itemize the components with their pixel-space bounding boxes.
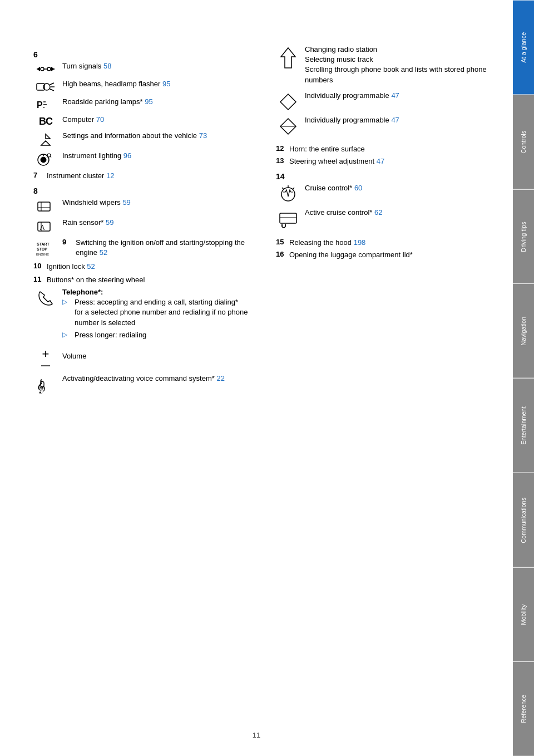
windshield-link[interactable]: 59 bbox=[122, 198, 130, 207]
svg-text:STOP: STOP bbox=[37, 247, 47, 251]
item-turn-signals: Turn signals 58 bbox=[33, 61, 248, 76]
rain-sensor-icon: A bbox=[33, 218, 58, 234]
roadside-lamps-icon: P bbox=[33, 97, 58, 111]
high-beams-link[interactable]: 95 bbox=[162, 80, 170, 88]
section10-link[interactable]: 52 bbox=[87, 262, 95, 271]
section-14-number: 14 bbox=[276, 172, 496, 181]
svg-rect-42 bbox=[280, 213, 296, 223]
rain-sensor-link[interactable]: 59 bbox=[106, 218, 113, 227]
item-active-cruise: Active cruise control* 62 bbox=[276, 208, 496, 230]
phone-press-longer-item: ▷ Press longer: redialing bbox=[62, 330, 248, 340]
item-roadside-lamps: P Roadside parking lamps* 95 bbox=[33, 97, 248, 111]
diamond1-icon bbox=[276, 91, 300, 112]
roadside-lamps-link[interactable]: 95 bbox=[145, 97, 152, 106]
sidebar-tab-entertainment[interactable]: Entertainment bbox=[513, 378, 534, 473]
item-windshield: Windshield wipers 59 bbox=[33, 198, 248, 214]
svg-text:START: START bbox=[37, 242, 50, 246]
sidebar-tab-reference[interactable]: Reference bbox=[513, 661, 534, 756]
page-container: 6 bbox=[0, 0, 534, 756]
sidebar-tab-at-a-glance[interactable]: At a glance bbox=[513, 0, 534, 95]
item-volume: + — Volume bbox=[33, 347, 248, 370]
start-stop-icon: START STOP ENGINE bbox=[33, 238, 58, 258]
svg-text:ENGINE: ENGINE bbox=[36, 253, 49, 256]
section-16: 16 Opening the luggage compartment lid* bbox=[276, 250, 496, 260]
turn-signals-link[interactable]: 58 bbox=[103, 62, 111, 70]
prog2-link[interactable]: 47 bbox=[391, 116, 399, 124]
diamond2-icon bbox=[276, 115, 300, 136]
prog1-link[interactable]: 47 bbox=[391, 91, 399, 100]
bc-icon: BC bbox=[33, 115, 58, 127]
volume-icon: + — bbox=[33, 347, 58, 370]
item-telephone: Telephone*: ▷ Press: accepting and endin… bbox=[33, 287, 248, 343]
svg-point-2 bbox=[41, 67, 44, 71]
section-6-number: 6 bbox=[33, 50, 248, 59]
svg-point-38 bbox=[281, 188, 295, 201]
settings-text: Settings and information about the vehic… bbox=[62, 131, 248, 141]
svg-marker-34 bbox=[281, 48, 295, 68]
cruise-text: Cruise control* 60 bbox=[305, 183, 362, 193]
section-9: START STOP ENGINE 9 Switching the igniti… bbox=[33, 238, 248, 258]
svg-marker-14 bbox=[46, 134, 50, 139]
item-radio: Changing radio station Selecting music t… bbox=[276, 45, 496, 85]
sidebar-tab-navigation[interactable]: Navigation bbox=[513, 283, 534, 378]
high-beams-icon bbox=[33, 79, 58, 94]
active-cruise-link[interactable]: 62 bbox=[374, 208, 382, 217]
item-voice-command: 𝄞 Activating/deactivating voice command … bbox=[33, 374, 248, 394]
cruise-control-icon bbox=[276, 183, 300, 204]
turn-signals-icon bbox=[33, 61, 58, 76]
computer-link[interactable]: 70 bbox=[96, 115, 104, 124]
section9-link[interactable]: 52 bbox=[100, 248, 107, 257]
sidebar-tab-driving-tips[interactable]: Driving tips bbox=[513, 189, 534, 284]
svg-point-17 bbox=[41, 157, 46, 163]
section7-link[interactable]: 12 bbox=[106, 171, 114, 180]
instrument-lighting-link[interactable]: 96 bbox=[123, 151, 131, 160]
active-cruise-icon bbox=[276, 208, 300, 230]
voice-link[interactable]: 22 bbox=[216, 374, 224, 382]
right-column: Changing radio station Selecting music t… bbox=[270, 45, 496, 397]
item-instrument-lighting: Instrument lighting 96 bbox=[33, 151, 248, 168]
svg-marker-0 bbox=[37, 67, 40, 71]
section-13: 13 Steering wheel adjustment 47 bbox=[276, 156, 496, 166]
prog2-text: Individually programmable 47 bbox=[305, 115, 399, 125]
active-cruise-text: Active cruise control* 62 bbox=[305, 208, 382, 218]
section13-link[interactable]: 47 bbox=[377, 157, 384, 165]
svg-line-7 bbox=[50, 83, 54, 85]
prog1-text: Individually programmable 47 bbox=[305, 91, 399, 101]
settings-link[interactable]: 73 bbox=[199, 131, 207, 140]
sidebar-tab-mobility[interactable]: Mobility bbox=[513, 567, 534, 662]
turn-signals-text: Turn signals 58 bbox=[62, 61, 248, 71]
radio-text: Changing radio station Selecting music t… bbox=[305, 45, 496, 85]
section15-link[interactable]: 198 bbox=[354, 238, 366, 247]
svg-text:P: P bbox=[37, 100, 43, 110]
item-rain-sensor: A Rain sensor* 59 bbox=[33, 218, 248, 234]
svg-text:A: A bbox=[40, 224, 44, 232]
windshield-text: Windshield wipers 59 bbox=[62, 198, 248, 208]
telephone-text: Telephone*: ▷ Press: accepting and endin… bbox=[62, 287, 248, 343]
sidebar-tab-controls[interactable]: Controls bbox=[513, 95, 534, 189]
svg-point-3 bbox=[47, 67, 51, 71]
item-computer: BC Computer 70 bbox=[33, 115, 248, 127]
radio-icon bbox=[276, 45, 300, 72]
main-content: 6 bbox=[0, 0, 513, 756]
svg-marker-1 bbox=[51, 67, 55, 71]
section-10: 10 Ignition lock 52 bbox=[33, 262, 248, 272]
section-12: 12 Horn: the entire surface bbox=[276, 144, 496, 154]
volume-text: Volume bbox=[62, 347, 248, 361]
cruise-link[interactable]: 60 bbox=[354, 184, 362, 192]
sidebar-tab-communications[interactable]: Communications bbox=[513, 473, 534, 567]
svg-line-20 bbox=[47, 156, 48, 158]
rain-sensor-text: Rain sensor* 59 bbox=[62, 218, 248, 228]
section-11: 11 Buttons* on the steering wheel bbox=[33, 275, 248, 285]
telephone-icon bbox=[33, 287, 58, 308]
svg-line-9 bbox=[50, 89, 54, 91]
section-8-number: 8 bbox=[33, 186, 248, 195]
voice-text: Activating/deactivating voice command sy… bbox=[62, 374, 248, 384]
item-prog1: Individually programmable 47 bbox=[276, 91, 496, 112]
section-15: 15 Releasing the hood 198 bbox=[276, 238, 496, 248]
svg-line-40 bbox=[293, 188, 294, 189]
roadside-lamps-text: Roadside parking lamps* 95 bbox=[62, 97, 248, 107]
svg-marker-15 bbox=[41, 141, 50, 145]
voice-icon: 𝄞 bbox=[33, 374, 58, 394]
item-high-beams: High beams, headlamp flasher 95 bbox=[33, 79, 248, 94]
high-beams-text: High beams, headlamp flasher 95 bbox=[62, 79, 248, 89]
